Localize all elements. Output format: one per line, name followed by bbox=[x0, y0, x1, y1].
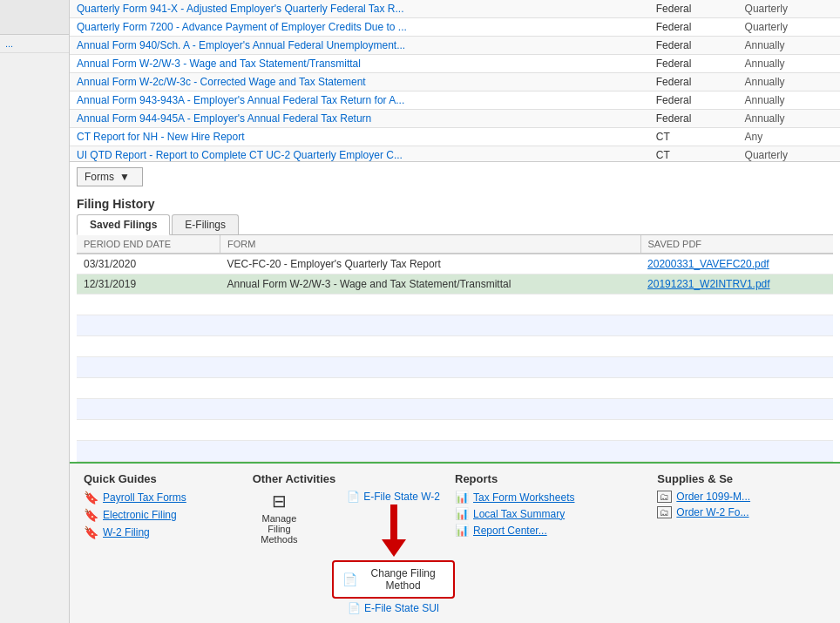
oa-btn-area: 📄 E-File State W-2 📄 Change Filing Metho… bbox=[332, 491, 455, 614]
empty-filing-row bbox=[77, 315, 833, 336]
quick-guide-link[interactable]: 🔖Payroll Tax Forms bbox=[84, 491, 253, 504]
change-filing-icon: 📄 bbox=[342, 572, 357, 586]
frequency: Any bbox=[738, 128, 840, 146]
form-name[interactable]: CT Report for NH - New Hire Report bbox=[70, 128, 649, 146]
forms-dropdown-button[interactable]: Forms ▼ bbox=[77, 167, 143, 186]
report-link[interactable]: 📊Local Tax Summary bbox=[455, 507, 657, 520]
frequency: Annually bbox=[738, 110, 840, 128]
col-form: FORM bbox=[220, 235, 640, 254]
empty-filing-row bbox=[77, 357, 833, 378]
change-filing-method-button[interactable]: 📄 Change Filing Method bbox=[332, 560, 455, 599]
report-icon: 📊 bbox=[455, 491, 469, 504]
supplies-section: Supplies & Se 🗂Order 1099-M...🗂Order W-2… bbox=[657, 472, 826, 614]
tabs-row: Saved Filings E-Filings bbox=[77, 214, 833, 235]
forms-button-row: Forms ▼ bbox=[70, 162, 840, 192]
supplies-title: Supplies & Se bbox=[657, 472, 826, 485]
efile-sui-icon: 📄 bbox=[348, 602, 361, 614]
efile-state-sui-link[interactable]: 📄 E-File State SUI bbox=[348, 602, 439, 614]
col-period: PERIOD END DATE bbox=[77, 235, 220, 254]
empty-filing-row bbox=[77, 420, 833, 441]
period-date: 03/31/2020 bbox=[77, 254, 220, 274]
form-name[interactable]: Quarterly Form 7200 - Advance Payment of… bbox=[70, 18, 649, 37]
jurisdiction: Federal bbox=[649, 18, 738, 37]
quick-guides-section: Quick Guides 🔖Payroll Tax Forms🔖Electron… bbox=[84, 472, 253, 614]
pdf-icon: 🔖 bbox=[84, 525, 98, 539]
frequency: Quarterly bbox=[738, 0, 840, 18]
manage-filing-button[interactable]: ⊟ ManageFiling Methods bbox=[253, 491, 307, 545]
supply-icon: 🗂 bbox=[657, 491, 672, 503]
supply-icon: 🗂 bbox=[657, 506, 672, 518]
frequency: Quarterly bbox=[738, 146, 840, 163]
empty-filing-row bbox=[77, 378, 833, 399]
manage-filing-icon: ⊟ bbox=[272, 491, 287, 511]
table-row: UI QTD Report - Report to Complete CT UC… bbox=[70, 146, 840, 163]
jurisdiction: CT bbox=[649, 128, 738, 146]
tab-e-filings[interactable]: E-Filings bbox=[172, 214, 239, 234]
form-name[interactable]: Quarterly Form 941-X - Adjusted Employer… bbox=[70, 0, 649, 18]
reports-title: Reports bbox=[455, 472, 657, 485]
filing-history-section: Filing History Saved Filings E-Filings P… bbox=[70, 192, 840, 462]
supply-link[interactable]: 🗂Order 1099-M... bbox=[657, 491, 826, 503]
left-sidebar: ... bbox=[0, 0, 70, 623]
frequency: Annually bbox=[738, 55, 840, 73]
jurisdiction: Federal bbox=[649, 55, 738, 73]
main-container: ... Quarterly Form 941-X - Adjusted Empl… bbox=[0, 0, 840, 623]
pdf-link[interactable]: 20191231_W2INTRV1.pdf bbox=[640, 274, 833, 295]
report-link[interactable]: 📊Report Center... bbox=[455, 524, 657, 537]
efile-icon: 📄 bbox=[347, 491, 360, 503]
table-row: Quarterly Form 7200 - Advance Payment of… bbox=[70, 18, 840, 37]
empty-filing-row bbox=[77, 336, 833, 357]
arrow-down bbox=[382, 539, 406, 557]
report-icon: 📊 bbox=[455, 507, 469, 520]
supply-link[interactable]: 🗂Order W-2 Fo... bbox=[657, 506, 826, 518]
efile-state-w2-link[interactable]: 📄 E-File State W-2 bbox=[347, 491, 440, 503]
empty-filing-row bbox=[77, 399, 833, 420]
bottom-bar: Quick Guides 🔖Payroll Tax Forms🔖Electron… bbox=[70, 462, 840, 623]
sidebar-link[interactable]: ... bbox=[0, 35, 69, 53]
other-activities-inner: ⊟ ManageFiling Methods 📄 E-File State W-… bbox=[253, 491, 455, 614]
tab-saved-filings[interactable]: Saved Filings bbox=[77, 214, 170, 235]
pdf-icon: 🔖 bbox=[84, 491, 98, 504]
form-name: Annual Form W-2/W-3 - Wage and Tax State… bbox=[220, 274, 640, 295]
pdf-icon: 🔖 bbox=[84, 508, 98, 522]
table-row: Annual Form W-2c/W-3c - Corrected Wage a… bbox=[70, 73, 840, 91]
jurisdiction: Federal bbox=[649, 0, 738, 18]
empty-filing-row bbox=[77, 295, 833, 315]
jurisdiction: Federal bbox=[649, 73, 738, 91]
form-name[interactable]: UI QTD Report - Report to Complete CT UC… bbox=[70, 146, 649, 163]
form-name[interactable]: Annual Form 940/Sch. A - Employer's Annu… bbox=[70, 37, 649, 55]
jurisdiction: Federal bbox=[649, 91, 738, 110]
jurisdiction: Federal bbox=[649, 110, 738, 128]
reports-section: Reports 📊Tax Form Worksheets📊Local Tax S… bbox=[455, 472, 657, 614]
table-row: CT Report for NH - New Hire Report CT An… bbox=[70, 128, 840, 146]
quick-guides-title: Quick Guides bbox=[84, 472, 253, 485]
other-activities-title: Other Activities bbox=[253, 472, 455, 485]
pdf-link[interactable]: 20200331_VAVEFC20.pdf bbox=[640, 254, 833, 274]
form-name: VEC-FC-20 - Employer's Quarterly Tax Rep… bbox=[220, 254, 640, 274]
report-link[interactable]: 📊Tax Form Worksheets bbox=[455, 491, 657, 504]
table-row: Quarterly Form 941-X - Adjusted Employer… bbox=[70, 0, 840, 18]
frequency: Quarterly bbox=[738, 18, 840, 37]
frequency: Annually bbox=[738, 91, 840, 110]
table-row: Annual Form 943-943A - Employer's Annual… bbox=[70, 91, 840, 110]
jurisdiction: Federal bbox=[649, 37, 738, 55]
frequency: Annually bbox=[738, 73, 840, 91]
table-row: Annual Form 944-945A - Employer's Annual… bbox=[70, 110, 840, 128]
form-name[interactable]: Annual Form 943-943A - Employer's Annual… bbox=[70, 91, 649, 110]
filing-table-row: 12/31/2019 Annual Form W-2/W-3 - Wage an… bbox=[77, 274, 833, 295]
forms-dropdown-label: Forms bbox=[85, 171, 114, 183]
quick-guide-link[interactable]: 🔖Electronic Filing bbox=[84, 508, 253, 522]
form-name[interactable]: Annual Form 944-945A - Employer's Annual… bbox=[70, 110, 649, 128]
form-name[interactable]: Annual Form W-2/W-3 - Wage and Tax State… bbox=[70, 55, 649, 73]
empty-filing-row bbox=[77, 441, 833, 462]
filing-history-title: Filing History bbox=[77, 192, 833, 214]
form-name[interactable]: Annual Form W-2c/W-3c - Corrected Wage a… bbox=[70, 73, 649, 91]
quick-guide-link[interactable]: 🔖W-2 Filing bbox=[84, 525, 253, 539]
report-icon: 📊 bbox=[455, 524, 469, 537]
change-filing-label: Change Filing Method bbox=[362, 567, 444, 592]
filing-table: PERIOD END DATE FORM SAVED PDF 03/31/202… bbox=[77, 235, 833, 462]
arrow-shaft bbox=[390, 504, 397, 539]
filing-table-row: 03/31/2020 VEC-FC-20 - Employer's Quarte… bbox=[77, 254, 833, 274]
jurisdiction: CT bbox=[649, 146, 738, 163]
content-area: Quarterly Form 941-X - Adjusted Employer… bbox=[70, 0, 840, 623]
